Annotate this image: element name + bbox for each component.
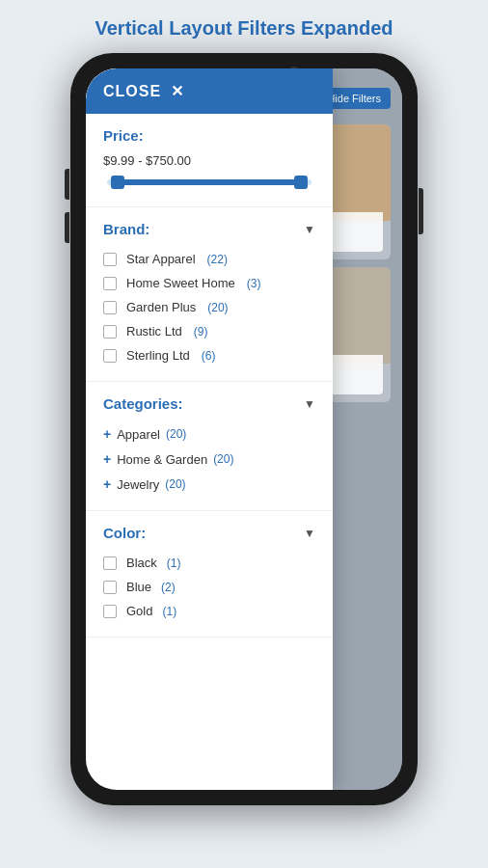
brand-name-3: Rustic Ltd [126,324,182,339]
brand-section-title: Brand: [103,221,149,237]
color-item-1[interactable]: Blue (2) [103,575,315,599]
brand-checkbox-0[interactable] [103,253,117,266]
brand-checkbox-3[interactable] [103,325,117,339]
brand-item-4[interactable]: Sterling Ltd (6) [103,343,315,367]
category-name-2: Jewelry [117,477,159,492]
categories-list: + Apparel (20) + Home & Garden (20) + Je… [103,421,315,497]
category-item-1[interactable]: + Home & Garden (20) [103,447,315,472]
price-slider-fill [115,179,303,185]
volume-up-button [65,169,69,200]
brand-checkbox-1[interactable] [103,277,117,290]
category-plus-icon-1: + [103,451,111,467]
category-count-2: (20) [165,477,185,491]
price-slider-track[interactable] [107,179,312,185]
color-count-1: (2) [161,581,176,594]
price-section-header: Price: [103,127,315,144]
color-name-0: Black [126,556,157,570]
category-plus-icon-0: + [103,426,111,442]
brand-item-2[interactable]: Garden Plus (20) [103,295,315,319]
color-name-1: Blue [126,580,151,594]
color-count-2: (1) [162,605,176,618]
categories-chevron-icon: ▼ [304,397,315,411]
categories-section: Categories: ▼ + Apparel (20) + Home & Ga… [86,382,333,511]
brand-count-1: (3) [247,277,261,290]
category-count-0: (20) [166,427,186,441]
page-title: Vertical Layout Filters Expanded [0,0,488,53]
color-chevron-icon: ▼ [304,527,315,540]
price-section-title: Price: [103,127,144,144]
brand-count-3: (9) [194,325,208,339]
category-plus-icon-2: + [103,476,111,492]
category-name-1: Home & Garden [117,452,207,467]
price-section: Price: $9.99 - $750.00 [86,114,333,207]
color-checkbox-1[interactable] [103,581,117,594]
phone-frame: Items per page: 24 Sort: Relevancy Hide … [70,53,418,805]
color-count-0: (1) [167,556,181,570]
brand-item-1[interactable]: Home Sweet Home (3) [103,271,315,295]
close-label: CLOSE [103,83,161,100]
filter-close-bar[interactable]: CLOSE ✕ [86,68,333,114]
price-range-text: $9.99 - $750.00 [103,153,315,168]
filter-panel: CLOSE ✕ Price: $9.99 - $750.00 Brand: [86,68,333,790]
brand-name-4: Sterling Ltd [126,348,190,363]
brand-item-3[interactable]: Rustic Ltd (9) [103,319,315,343]
brand-checkbox-4[interactable] [103,349,117,363]
price-slider-thumb-right[interactable] [294,176,308,189]
brand-section-header[interactable]: Brand: ▼ [103,221,315,237]
color-section: Color: ▼ Black (1) Blue (2) [86,511,333,637]
color-section-header[interactable]: Color: ▼ [103,525,315,541]
volume-down-button [65,212,69,243]
category-item-2[interactable]: + Jewelry (20) [103,472,315,497]
color-section-title: Color: [103,525,146,541]
category-name-0: Apparel [117,427,160,442]
phone-screen: Items per page: 24 Sort: Relevancy Hide … [86,68,402,790]
brand-name-1: Home Sweet Home [126,276,235,290]
color-name-2: Gold [126,604,152,618]
brand-section: Brand: ▼ Star Apparel (22) Home Sweet Ho… [86,207,333,382]
category-item-0[interactable]: + Apparel (20) [103,421,315,447]
categories-section-title: Categories: [103,395,183,412]
brand-item-0[interactable]: Star Apparel (22) [103,247,315,271]
brand-count-4: (6) [202,349,216,363]
color-item-0[interactable]: Black (1) [103,551,315,575]
color-item-2[interactable]: Gold (1) [103,599,315,623]
brand-name-0: Star Apparel [126,252,196,266]
brand-name-2: Garden Plus [126,300,196,314]
close-icon[interactable]: ✕ [171,82,183,100]
color-checkbox-2[interactable] [103,605,117,618]
power-button [419,188,423,234]
categories-section-header[interactable]: Categories: ▼ [103,395,315,412]
price-slider-thumb-left[interactable] [111,176,124,189]
category-count-1: (20) [213,452,233,466]
brand-count-2: (20) [207,301,228,314]
color-checkbox-0[interactable] [103,556,117,570]
brand-list: Star Apparel (22) Home Sweet Home (3) Ga… [103,247,315,367]
brand-chevron-icon: ▼ [304,223,315,236]
color-list: Black (1) Blue (2) Gold (1) [103,551,315,623]
brand-count-0: (22) [207,253,228,266]
brand-checkbox-2[interactable] [103,301,117,314]
